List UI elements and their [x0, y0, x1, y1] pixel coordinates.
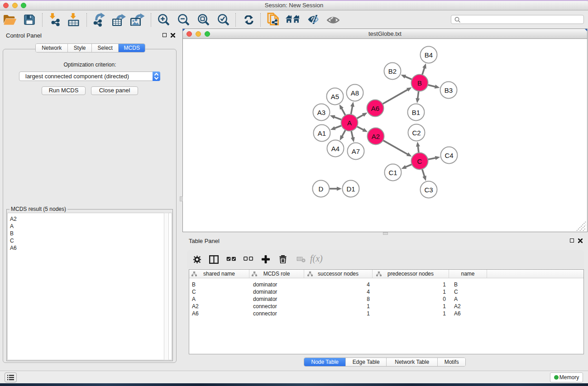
- svg-text:A2: A2: [372, 133, 380, 140]
- svg-text:B1: B1: [412, 109, 420, 116]
- svg-text:B2: B2: [388, 67, 397, 75]
- svg-text:A3: A3: [317, 109, 325, 116]
- svg-text:A7: A7: [352, 148, 360, 155]
- svg-text:B4: B4: [425, 51, 433, 59]
- svg-text:C4: C4: [445, 152, 453, 159]
- svg-text:A8: A8: [351, 89, 359, 97]
- svg-text:A4: A4: [331, 145, 339, 152]
- svg-text:C1: C1: [388, 169, 397, 176]
- svg-text:C2: C2: [412, 129, 421, 137]
- svg-text:A1: A1: [318, 129, 326, 137]
- svg-text:C: C: [417, 157, 422, 165]
- svg-text:A5: A5: [331, 93, 339, 100]
- svg-text:A: A: [347, 119, 352, 127]
- svg-text:D: D: [319, 185, 324, 193]
- svg-text:C3: C3: [424, 186, 433, 194]
- svg-text:B3: B3: [445, 86, 453, 94]
- svg-text:A6: A6: [371, 105, 379, 112]
- svg-text:D1: D1: [346, 185, 355, 193]
- svg-text:B: B: [417, 79, 422, 87]
